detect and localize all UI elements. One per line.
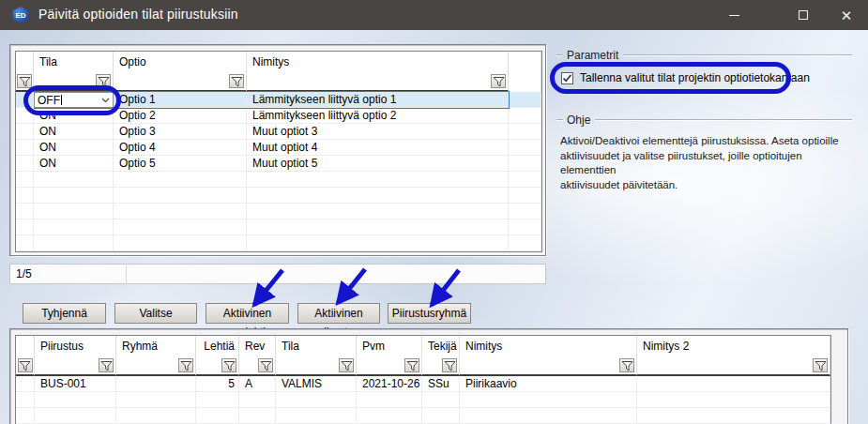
- filter-funnel-button[interactable]: [442, 358, 457, 372]
- maximize-icon: [799, 10, 808, 20]
- parametrit-group-label: Parametrit: [567, 49, 618, 62]
- option-row[interactable]: ONOptio 4Muut optiot 4: [16, 140, 541, 156]
- minimize-icon: [729, 15, 739, 16]
- status-strip: 1/5: [9, 264, 546, 284]
- filter-funnel-button[interactable]: [221, 358, 236, 372]
- close-button[interactable]: ✕: [825, 0, 868, 30]
- empty-row: [16, 235, 541, 251]
- filter-funnel-button[interactable]: [178, 358, 193, 372]
- select-button[interactable]: Valitse: [114, 303, 197, 324]
- filter-funnel-button[interactable]: [229, 74, 244, 88]
- filter-funnel-button[interactable]: [491, 74, 506, 88]
- chevron-down-icon: [101, 98, 110, 103]
- checkbox-checked-icon[interactable]: [561, 72, 573, 84]
- filter-funnel-button[interactable]: [99, 358, 114, 372]
- column-header-piirustus[interactable]: Piirustus: [35, 336, 116, 356]
- filter-funnel-button[interactable]: [96, 74, 111, 88]
- drawings-table-panel: PiirustusRyhmäLehtiäRevTilaPvmTekijäNimi…: [9, 328, 848, 424]
- ohje-group-label: Ohje: [567, 114, 590, 127]
- titlebar: ED Päivitä optioiden tilat piirustuksiin…: [0, 0, 868, 30]
- dialog-window: ED Päivitä optioiden tilat piirustuksiin…: [0, 0, 868, 424]
- drawing-row[interactable]: BUS-0015AVALMIS2021-10-26SSuPiirikaavio: [16, 376, 830, 392]
- clear-button[interactable]: Tyhjennä: [23, 303, 106, 324]
- column-header-optio[interactable]: Optio: [114, 52, 247, 72]
- column-header-tekijä[interactable]: Tekijä: [422, 336, 460, 356]
- column-header-tila[interactable]: Tila: [34, 52, 114, 72]
- option-row[interactable]: ONOptio 3Muut optiot 3: [16, 124, 541, 140]
- empty-row: [16, 172, 541, 188]
- filter-funnel-button[interactable]: [18, 358, 33, 372]
- active-project-button[interactable]: Aktiivinen projekti: [206, 303, 289, 324]
- column-header-tila[interactable]: Tila: [276, 336, 357, 356]
- column-header-nimitys-2[interactable]: Nimitys 2: [637, 336, 830, 356]
- drawings-table: PiirustusRyhmäLehtiäRevTilaPvmTekijäNimi…: [15, 335, 831, 424]
- active-drawing-button[interactable]: Aktiivinen piirustus: [297, 303, 380, 324]
- column-header-lehtiä[interactable]: Lehtiä: [196, 336, 239, 356]
- help-text: Aktivoi/Deaktivoi elementtejä piirustuks…: [560, 134, 857, 192]
- app-icon: ED: [12, 7, 29, 23]
- tila-state-combobox[interactable]: OFF: [34, 92, 114, 108]
- filter-funnel-button[interactable]: [619, 358, 634, 372]
- window-title: Päivitä optioiden tilat piirustuksiin: [38, 7, 238, 22]
- filter-funnel-button[interactable]: [339, 358, 354, 372]
- drawing-group-button[interactable]: Piirustusryhmä: [388, 303, 471, 324]
- text-caret: [61, 95, 62, 105]
- maximize-button[interactable]: [782, 0, 825, 30]
- options-table-panel: TilaOptioNimitysOptio 1Lämmitykseen liit…: [9, 44, 546, 256]
- column-header-ryhmä[interactable]: Ryhmä: [116, 336, 196, 356]
- empty-row: [16, 392, 830, 408]
- tila-combobox-value: OFF: [35, 94, 60, 107]
- empty-row: [16, 188, 541, 204]
- empty-row: [16, 204, 541, 220]
- filter-funnel-button[interactable]: [258, 358, 273, 372]
- filter-funnel-button[interactable]: [17, 74, 32, 88]
- column-header-rev[interactable]: Rev: [239, 336, 276, 356]
- row-count-status: 1/5: [10, 265, 545, 283]
- column-header-nimitys[interactable]: Nimitys: [247, 52, 509, 72]
- save-states-checkbox-label: Tallenna valitut tilat projektin optioti…: [580, 71, 810, 84]
- filter-funnel-button[interactable]: [813, 358, 828, 372]
- column-header-pvm[interactable]: Pvm: [357, 336, 422, 356]
- minimize-button[interactable]: [712, 0, 755, 30]
- option-row[interactable]: ONOptio 2Lämmitykseen liittyvä optio 2: [16, 108, 541, 124]
- option-row[interactable]: ONOptio 5Muut optiot 5: [16, 156, 541, 172]
- filter-funnel-button[interactable]: [404, 358, 419, 372]
- options-table: TilaOptioNimitysOptio 1Lämmitykseen liit…: [15, 51, 542, 252]
- save-states-checkbox-row[interactable]: Tallenna valitut tilat projektin optioti…: [561, 71, 810, 84]
- status-separator: [126, 265, 127, 284]
- empty-row: [16, 408, 830, 424]
- dialog-client-area: TilaOptioNimitysOptio 1Lämmitykseen liit…: [0, 30, 868, 424]
- ohje-group-header: Ohje: [556, 114, 852, 127]
- close-icon: ✕: [841, 8, 853, 23]
- column-header-nimitys[interactable]: Nimitys: [460, 336, 637, 356]
- empty-row: [16, 220, 541, 235]
- parametrit-group-header: Parametrit: [556, 49, 852, 62]
